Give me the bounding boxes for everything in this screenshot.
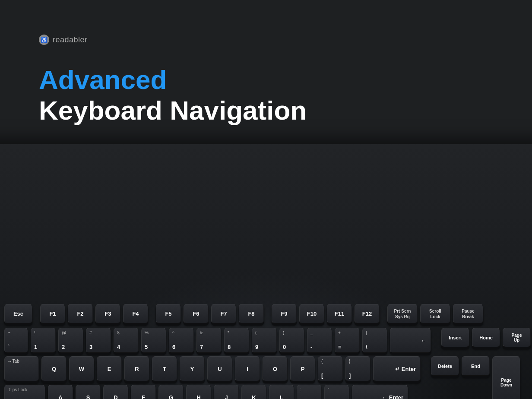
key-q[interactable]: Q [41,356,66,381]
key-backtick[interactable]: ~` [4,328,28,353]
key-8[interactable]: *8 [224,328,249,353]
key-page-up[interactable]: PageUp [503,328,531,347]
key-f[interactable]: F [131,385,156,399]
accessibility-icon: ♿ [39,35,49,45]
key-6[interactable]: ^6 [169,328,194,353]
key-end[interactable]: End [462,356,490,376]
key-j[interactable]: J [214,385,239,399]
key-2[interactable]: @2 [58,328,83,353]
key-f6[interactable]: F6 [184,304,209,323]
key-semicolon[interactable]: :; [297,385,322,399]
header: ♿ readabler Advanced Keyboard Navigation [39,35,307,125]
key-f2[interactable]: F2 [68,304,93,323]
key-enter[interactable]: ↵ Enter [373,356,421,381]
key-g[interactable]: G [158,385,184,399]
key-7[interactable]: &7 [196,328,222,353]
key-k[interactable]: K [241,385,266,399]
title-line2: Keyboard Navigation [39,96,307,125]
key-f7[interactable]: F7 [211,304,236,323]
key-d[interactable]: D [103,385,128,399]
key-quote[interactable]: "' [324,385,349,399]
key-esc[interactable]: Esc [4,304,32,323]
key-f5[interactable]: F5 [156,304,181,323]
key-1[interactable]: !1 [31,328,56,353]
key-a[interactable]: A [48,385,73,399]
title-line1: Advanced [39,66,307,93]
key-caps-lock[interactable]: ⇪ ps Lock [4,385,45,399]
key-scroll-lock[interactable]: ScrollLock [420,304,450,323]
key-p[interactable]: P [290,356,315,381]
key-y[interactable]: Y [180,356,205,381]
key-4[interactable]: $4 [114,328,139,353]
key-pause[interactable]: PauseBreak [453,304,483,323]
number-row: ~` !1 @2 #3 $4 %5 ^6 &7 *8 (9 )0 _- += |… [4,328,531,353]
key-f9[interactable]: F9 [272,304,297,323]
key-lbracket[interactable]: {[ [318,356,343,381]
fn-row: Esc F1 F2 F3 F4 F5 F6 F7 F8 F9 F10 F11 F… [4,304,483,323]
key-e[interactable]: E [97,356,122,381]
key-f12[interactable]: F12 [355,304,380,323]
key-r[interactable]: R [124,356,149,381]
key-f4[interactable]: F4 [123,304,148,323]
key-rbracket[interactable]: }] [345,356,370,381]
key-enter2[interactable]: ← Enter [352,385,408,399]
key-f11[interactable]: F11 [327,304,352,323]
key-delete[interactable]: Delete [431,356,459,376]
asdf-row: ⇪ ps Lock A S D F G H J K L :; "' ← Ente… [4,385,408,399]
key-o[interactable]: O [263,356,288,381]
key-h[interactable]: H [186,385,211,399]
keyboard-illustration: Esc F1 F2 F3 F4 F5 F6 F7 F8 F9 F10 F11 F… [0,149,532,399]
key-pipe[interactable]: |\ [362,328,387,353]
key-equals[interactable]: += [335,328,360,353]
key-l[interactable]: L [269,385,294,399]
key-page-down[interactable]: PageDown [492,356,520,399]
key-9[interactable]: (9 [252,328,277,353]
logo-area: ♿ readabler [39,35,307,45]
key-f8[interactable]: F8 [239,304,264,323]
key-f3[interactable]: F3 [95,304,120,323]
key-f10[interactable]: F10 [299,304,324,323]
key-backspace[interactable]: ← [390,328,431,353]
key-insert[interactable]: Insert [441,328,469,347]
key-prtscn[interactable]: Prt ScrnSys Rq [387,304,418,323]
key-u[interactable]: U [207,356,232,381]
key-w[interactable]: W [69,356,94,381]
key-3[interactable]: #3 [86,328,111,353]
key-i[interactable]: I [235,356,260,381]
key-t[interactable]: T [152,356,177,381]
key-minus[interactable]: _- [307,328,332,353]
logo-text: readabler [53,35,88,44]
key-home[interactable]: Home [472,328,500,347]
key-5[interactable]: %5 [141,328,166,353]
key-f1[interactable]: F1 [40,304,65,323]
key-s[interactable]: S [76,385,101,399]
key-0[interactable]: )0 [279,328,304,353]
key-tab[interactable]: ⇥ Tab [4,356,39,381]
